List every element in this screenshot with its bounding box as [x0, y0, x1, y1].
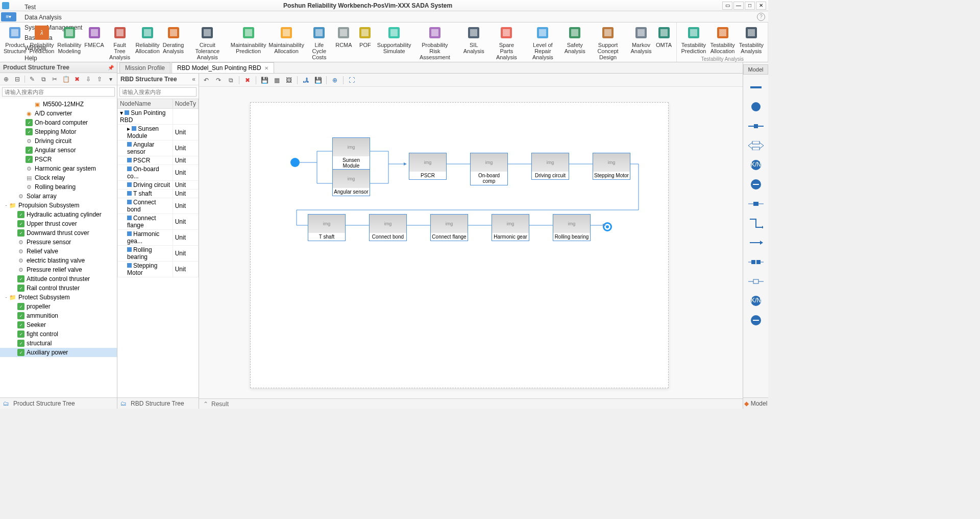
- tree-item[interactable]: ✓PSCR: [0, 155, 117, 164]
- copy-icon[interactable]: ⧉: [39, 75, 47, 83]
- diagram-block[interactable]: imgStepping Motor: [593, 153, 630, 180]
- tree-item[interactable]: ⚙electric blasting valve: [0, 256, 117, 265]
- palette-circle-icon[interactable]: [747, 99, 765, 114]
- ribbon-item[interactable]: SIL Analysis: [457, 23, 491, 61]
- end-node[interactable]: [603, 222, 612, 231]
- rbd-row[interactable]: Angular sensorUnit: [118, 140, 199, 156]
- result-tab-label[interactable]: Result: [211, 400, 229, 408]
- ribbon-item[interactable]: POF: [354, 23, 376, 61]
- ribbon-item[interactable]: Level of Repair Analysis: [523, 23, 563, 61]
- tree-search-input[interactable]: [2, 87, 115, 97]
- tree-item[interactable]: ✓Angular sensor: [0, 146, 117, 155]
- rbd-row[interactable]: ▾ Sun Pointing RBD: [118, 109, 199, 125]
- ribbon-item[interactable]: Fault Tree Analysis: [106, 23, 134, 61]
- diagram-block[interactable]: imgRolling bearing: [553, 214, 591, 241]
- redo-icon[interactable]: ↷: [214, 76, 223, 84]
- tab-close-icon[interactable]: ✕: [264, 65, 268, 71]
- palette-bridge-icon[interactable]: [747, 274, 765, 289]
- diagram-block[interactable]: imgConnect bond: [369, 214, 407, 241]
- rbd-row[interactable]: On-board co...Unit: [118, 165, 199, 181]
- diagram-canvas[interactable]: imgSunsen ModuleimgAngular sensorimgPSCR…: [199, 87, 743, 398]
- edit-icon[interactable]: ✎: [28, 75, 36, 83]
- diagram-block[interactable]: imgOn-board comp: [470, 153, 508, 185]
- expand-all-icon[interactable]: ⊕: [2, 75, 10, 83]
- ribbon-item[interactable]: Testability Allocation: [708, 23, 737, 55]
- ribbon-item[interactable]: RCMA: [333, 23, 354, 61]
- tree-item[interactable]: ⚙Pressure relief valve: [0, 265, 117, 274]
- tree-item[interactable]: ▣M5500-12MHZ: [0, 100, 117, 109]
- undo-icon[interactable]: ↶: [202, 76, 210, 84]
- ribbon-item[interactable]: Safety Analysis: [563, 23, 587, 61]
- tree-item[interactable]: ✓Upper thrust cover: [0, 219, 117, 228]
- start-node[interactable]: [290, 158, 300, 167]
- fit-icon[interactable]: ⊕: [331, 76, 339, 84]
- palette-step-icon[interactable]: [747, 216, 765, 231]
- tree-item[interactable]: ✓Attitude control thruster: [0, 274, 117, 284]
- ribbon-item[interactable]: OMTA: [653, 23, 675, 61]
- tree-item[interactable]: ⚙Driving circuit: [0, 136, 117, 146]
- ribbon-item[interactable]: Supportability Simulate: [376, 23, 412, 61]
- rbd-row[interactable]: Harmonic gea...Unit: [118, 230, 199, 246]
- cut-icon[interactable]: ✂: [51, 75, 59, 83]
- tree-item[interactable]: ✓Seeker: [0, 320, 117, 329]
- rbd-row[interactable]: Driving circuitUnit: [118, 181, 199, 190]
- tree-item[interactable]: ✓Stepping Motor: [0, 127, 117, 136]
- palette-tab[interactable]: Model: [743, 64, 768, 75]
- tree-item[interactable]: ⚙Relief valve: [0, 247, 117, 256]
- tree-item[interactable]: ✓propeller: [0, 302, 117, 311]
- diagram-block[interactable]: imgConnect flange: [430, 214, 468, 241]
- tree-item[interactable]: ◉A/D converter: [0, 109, 117, 118]
- palette-parallel-icon[interactable]: [747, 138, 765, 153]
- maximize-button[interactable]: □: [745, 2, 755, 10]
- rbd-row[interactable]: Rolling bearingUnit: [118, 246, 199, 262]
- tree-item[interactable]: ✓ammunition: [0, 311, 117, 320]
- ribbon-item[interactable]: Life Cycle Costs: [305, 23, 333, 61]
- palette-footer-label[interactable]: Model: [751, 400, 768, 407]
- ribbon-item[interactable]: Probability Risk Assessment: [412, 23, 457, 61]
- ribbon-item[interactable]: Product Structure: [2, 23, 28, 61]
- result-tab-icon[interactable]: ⌃: [203, 400, 208, 408]
- ribbon-item[interactable]: Testability Prediction: [679, 23, 708, 55]
- collapse-all-icon[interactable]: ⊟: [13, 75, 21, 83]
- ribbon-item[interactable]: Reliability Allocation: [134, 23, 161, 61]
- tree-item[interactable]: ✓On-board computer: [0, 118, 117, 127]
- tree-item[interactable]: ✓Rail control thruster: [0, 284, 117, 293]
- ribbon-item[interactable]: FMECA: [83, 23, 106, 61]
- tree-item[interactable]: -📁Protect Subsystem: [0, 293, 117, 302]
- rbd-row[interactable]: Connect bondUnit: [118, 198, 199, 214]
- tree-item[interactable]: ✓fight control: [0, 329, 117, 339]
- tree-item[interactable]: ⚙Harmonic gear system: [0, 164, 117, 173]
- export-icon[interactable]: ⇧: [95, 75, 104, 83]
- rbd-search-input[interactable]: [119, 87, 197, 97]
- save2-icon[interactable]: 💾: [314, 76, 322, 84]
- ribbon-item[interactable]: Reliability Modeling: [56, 23, 83, 61]
- delete-icon[interactable]: ✖: [73, 75, 81, 83]
- col-nodetype[interactable]: NodeTy: [173, 99, 198, 109]
- close-button[interactable]: ✕: [756, 2, 766, 10]
- palette-arrow-icon[interactable]: [747, 235, 765, 250]
- diagram-block[interactable]: imgT shaft: [308, 214, 346, 241]
- ribbon-item[interactable]: Circuit Tolerance Analysis: [185, 23, 229, 61]
- help-icon[interactable]: ?: [757, 13, 765, 21]
- grid-icon[interactable]: ▦: [273, 76, 281, 84]
- palette-toggle-icon[interactable]: [747, 313, 765, 328]
- tree-item[interactable]: ⚙Solar array: [0, 192, 117, 201]
- palette-kn2-icon[interactable]: K/N: [747, 293, 765, 309]
- tree-item[interactable]: ⚙Rolling bearing: [0, 182, 117, 192]
- rbd-row[interactable]: Connect flangeUnit: [118, 214, 199, 230]
- diagram-block[interactable]: imgHarmonic gear: [492, 214, 529, 241]
- palette-kn-icon[interactable]: K/N: [747, 157, 765, 173]
- ribbon-item[interactable]: Maintainability Prediction: [229, 23, 267, 61]
- rbd-row[interactable]: ▸ Sunsen ModuleUnit: [118, 125, 199, 140]
- menu-tab[interactable]: Data Analysis: [19, 12, 87, 22]
- palette-switch-icon[interactable]: [747, 177, 765, 192]
- image-icon[interactable]: 🏞: [302, 76, 310, 84]
- save-icon[interactable]: 💾: [260, 76, 268, 84]
- tree-item[interactable]: ⚙Pressure sensor: [0, 238, 117, 247]
- diagram-block[interactable]: imgPSCR: [409, 153, 447, 180]
- palette-block-icon[interactable]: [747, 196, 765, 211]
- paste-icon[interactable]: 📋: [62, 75, 70, 83]
- rbd-table[interactable]: NodeName NodeTy ▾ Sun Pointing RBD▸ Suns…: [117, 99, 199, 397]
- document-tab[interactable]: Mission Profile: [119, 62, 170, 73]
- tree-item[interactable]: ✓Downward thrust cover: [0, 228, 117, 238]
